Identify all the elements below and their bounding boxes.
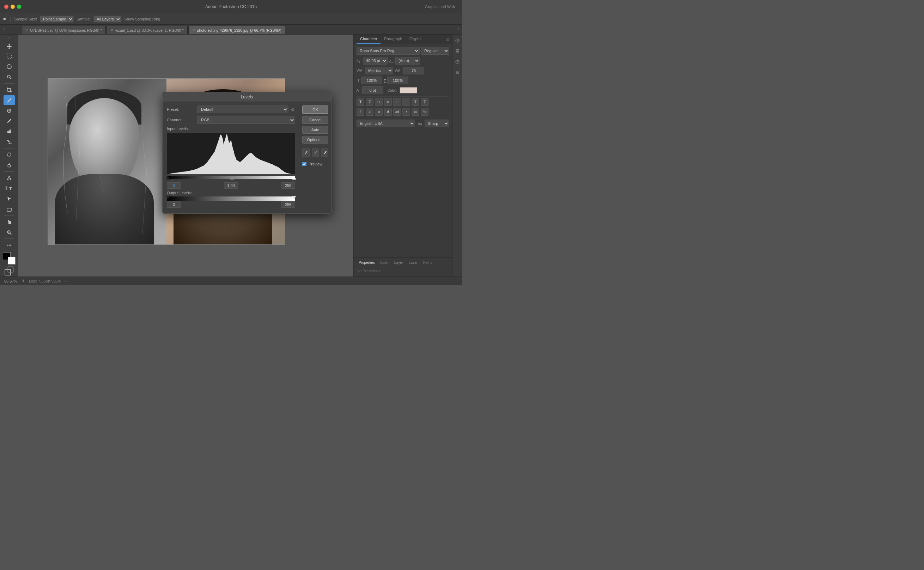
- extra-tools[interactable]: [3, 240, 15, 250]
- close-button[interactable]: [4, 5, 8, 9]
- input-max-value[interactable]: [281, 182, 295, 189]
- preview-checkbox[interactable]: [302, 162, 306, 166]
- props-tab-properties[interactable]: Properties: [356, 260, 377, 265]
- type-uppercase[interactable]: TT: [375, 98, 382, 106]
- type-ligature[interactable]: fi: [356, 108, 364, 116]
- type-subscript[interactable]: T.: [402, 98, 410, 106]
- output-max-value[interactable]: [281, 201, 295, 208]
- kerning-select[interactable]: Metrics: [365, 67, 393, 74]
- type-tool[interactable]: T T: [3, 184, 15, 193]
- type-discretionary[interactable]: st: [375, 108, 382, 116]
- input-mid-value[interactable]: [224, 182, 238, 189]
- scale-v-input[interactable]: [387, 77, 408, 84]
- tab-close-1[interactable]: ✕: [110, 28, 113, 32]
- brush-tool[interactable]: [3, 116, 15, 126]
- tab-2[interactable]: ✕ photo-editing-429676_1920.jpg @ 66,7% …: [188, 26, 285, 34]
- type-old-style[interactable]: A: [384, 108, 392, 116]
- type-titling[interactable]: T: [402, 108, 410, 116]
- paint-bucket-tool[interactable]: [3, 137, 15, 146]
- blur-tool[interactable]: [3, 150, 15, 159]
- levels-ok-button[interactable]: OK: [302, 106, 328, 114]
- font-style-select[interactable]: Regular: [421, 47, 449, 55]
- preset-select[interactable]: Default: [197, 106, 289, 113]
- antialias-select[interactable]: Sharp: [425, 120, 449, 127]
- type-stylistic[interactable]: ad: [393, 108, 401, 116]
- language-select[interactable]: English: USA: [356, 120, 415, 127]
- props-tab-layer2[interactable]: Layer: [407, 260, 420, 265]
- minimize-button[interactable]: [11, 5, 15, 9]
- eyedropper-tool-icon[interactable]: ✒: [3, 16, 7, 22]
- tab-close-0[interactable]: ✕: [25, 28, 28, 32]
- input-midpoint-slider[interactable]: [230, 176, 234, 179]
- tab-collapse-button[interactable]: »: [457, 26, 459, 30]
- hand-tool[interactable]: [3, 217, 15, 227]
- color-swatches[interactable]: [3, 252, 15, 265]
- white-point-eyedropper[interactable]: [321, 149, 328, 157]
- font-family-select[interactable]: Ropa Sans Pro Reg...: [356, 47, 420, 55]
- levels-cancel-button[interactable]: Cancel: [302, 116, 328, 124]
- output-min-value[interactable]: [167, 201, 181, 208]
- maximize-button[interactable]: [17, 5, 21, 9]
- black-point-eyedropper[interactable]: [302, 149, 310, 157]
- move-tool[interactable]: [3, 41, 15, 51]
- tab-0[interactable]: ✕ O7DBF91.psd @ 50% (magazine, RGB/8) *: [21, 26, 106, 34]
- baseline-input[interactable]: [362, 86, 383, 94]
- background-color[interactable]: [8, 257, 15, 265]
- input-min-value[interactable]: [167, 182, 181, 189]
- type-superscript[interactable]: T': [393, 98, 401, 106]
- leading-select[interactable]: (Auto): [395, 57, 420, 64]
- input-black-point-slider[interactable]: [166, 176, 170, 179]
- history-icon[interactable]: [454, 37, 461, 44]
- doc-arrow[interactable]: ›: [65, 279, 66, 283]
- show-sampling-checkbox[interactable]: Show Sampling Ring: [124, 17, 160, 21]
- quick-select-tool[interactable]: [3, 72, 15, 81]
- font-size-select[interactable]: 49,93 pt: [363, 57, 388, 64]
- dodge-tool[interactable]: [3, 160, 15, 170]
- scale-h-input[interactable]: [361, 77, 382, 84]
- properties-menu[interactable]: ☰: [446, 260, 449, 265]
- gray-point-eyedropper[interactable]: [312, 149, 319, 157]
- shape-tool[interactable]: [3, 204, 15, 214]
- tab-glyphs[interactable]: Glyphs: [406, 35, 425, 44]
- spot-heal-tool[interactable]: [3, 106, 15, 115]
- levels-auto-button[interactable]: Auto: [302, 126, 328, 134]
- crop-tool[interactable]: [3, 85, 15, 95]
- tracking-input[interactable]: [403, 67, 424, 74]
- tab-1[interactable]: ✕ vizual_1.psd @ 33,3% (Layer 1, RGB/8) …: [107, 26, 188, 34]
- type-smallcaps[interactable]: Tr: [384, 98, 392, 106]
- type-underline[interactable]: T: [412, 98, 419, 106]
- type-ordinal[interactable]: 1st: [412, 108, 419, 116]
- zoom-tool[interactable]: [3, 227, 15, 237]
- tab-paragraph[interactable]: Paragraph: [381, 35, 405, 44]
- output-black-point-slider[interactable]: [166, 196, 170, 199]
- marquee-rect-tool[interactable]: [3, 51, 15, 61]
- type-alt-ligature[interactable]: ø: [366, 108, 373, 116]
- eyedropper-tool[interactable]: [3, 95, 15, 105]
- input-white-point-slider[interactable]: [292, 176, 296, 179]
- type-strikethrough[interactable]: T: [421, 98, 428, 106]
- color-swatch[interactable]: [399, 87, 417, 93]
- character-panel-menu[interactable]: ☰: [446, 37, 449, 41]
- props-tab-paths[interactable]: Paths: [421, 260, 434, 265]
- pen-tool[interactable]: [3, 173, 15, 183]
- channel-select[interactable]: RGB: [197, 116, 295, 124]
- tab-close-2[interactable]: ✕: [192, 28, 195, 32]
- props-tab-layer1[interactable]: Layer: [392, 260, 405, 265]
- path-select-tool[interactable]: [3, 194, 15, 204]
- channels-icon[interactable]: [454, 69, 461, 76]
- layers-icon[interactable]: [454, 47, 461, 55]
- eraser-tool[interactable]: [3, 127, 15, 136]
- sample-select[interactable]: All Layers: [93, 15, 121, 23]
- type-italic[interactable]: T: [366, 98, 373, 106]
- type-fraction[interactable]: ½: [421, 108, 428, 116]
- sample-size-select[interactable]: Point Sample: [40, 15, 74, 23]
- type-bold[interactable]: T: [356, 98, 364, 106]
- quick-mask[interactable]: [4, 266, 14, 277]
- props-tab-bibl[interactable]: Библ: [378, 260, 391, 265]
- tab-character[interactable]: Character: [356, 35, 381, 44]
- lasso-tool[interactable]: [3, 62, 15, 71]
- preset-gear-icon[interactable]: ⚙: [291, 107, 295, 112]
- output-white-point-slider[interactable]: [292, 196, 296, 199]
- export-icon[interactable]: ⬆: [21, 279, 25, 283]
- adjustments-icon[interactable]: [454, 58, 461, 66]
